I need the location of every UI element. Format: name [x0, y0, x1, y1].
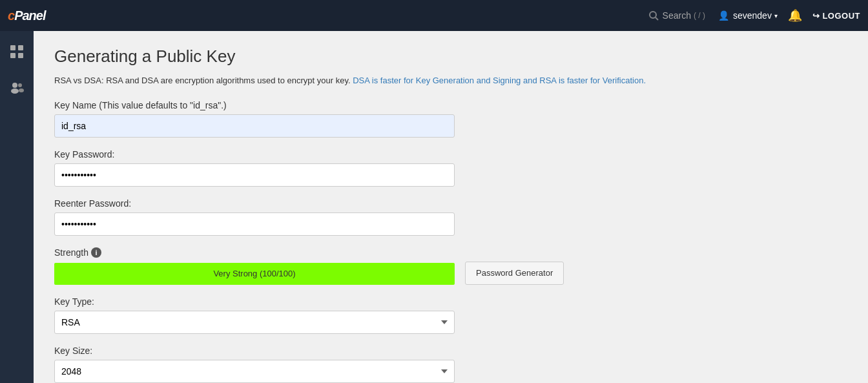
logout-button[interactable]: ↪ LOGOUT [812, 11, 860, 21]
svg-rect-5 [18, 53, 23, 58]
svg-point-9 [19, 88, 24, 92]
info-text: RSA vs DSA: RSA and DSA are encryption a… [54, 74, 847, 87]
user-icon: 👤 [718, 10, 729, 21]
user-menu[interactable]: 👤 sevendev ▾ [718, 10, 778, 21]
search-bar[interactable]: Search ( / ) [648, 10, 705, 21]
strength-value: Very Strong (100/100) [213, 269, 295, 278]
logout-icon: ↪ [812, 11, 820, 21]
reenter-password-group: Reenter Password: [54, 198, 847, 236]
svg-point-8 [18, 83, 22, 87]
key-password-group: Key Password: [54, 149, 847, 187]
svg-point-7 [11, 88, 19, 94]
key-password-label: Key Password: [54, 149, 847, 160]
key-size-group: Key Size: 1024 2048 4096 [54, 346, 847, 383]
key-type-label: Key Type: [54, 296, 847, 307]
topnav: cPanel Search ( / ) 👤 sevendev ▾ 🔔 ↪ LOG… [0, 0, 868, 31]
reenter-password-label: Reenter Password: [54, 198, 847, 209]
info-prefix: RSA vs DSA: RSA and DSA are encryption a… [54, 76, 353, 85]
cpanel-logo[interactable]: cPanel [8, 8, 45, 23]
sidebar-item-users[interactable] [4, 75, 30, 101]
user-name: sevendev [733, 10, 772, 21]
search-icon [648, 10, 659, 21]
key-type-group: Key Type: RSA DSA [54, 296, 847, 334]
svg-point-6 [12, 83, 17, 88]
svg-point-0 [650, 12, 656, 18]
logout-label: LOGOUT [822, 11, 860, 21]
strength-label: Strength i [54, 247, 847, 258]
strength-group: Strength i Very Strong (100/100) Passwor… [54, 247, 847, 285]
reenter-password-input[interactable] [54, 212, 455, 236]
key-name-group: Key Name (This value defaults to "id_rsa… [54, 100, 847, 138]
svg-rect-3 [18, 45, 23, 50]
page-title: Generating a Public Key [54, 47, 847, 67]
key-name-label: Key Name (This value defaults to "id_rsa… [54, 100, 847, 110]
svg-rect-2 [10, 45, 16, 50]
main-content: Generating a Public Key RSA vs DSA: RSA … [34, 31, 868, 383]
sidebar [0, 31, 34, 383]
strength-bar: Very Strong (100/100) [54, 263, 455, 285]
key-size-select[interactable]: 1024 2048 4096 [54, 360, 455, 383]
key-password-input[interactable] [54, 163, 455, 187]
chevron-down-icon: ▾ [774, 12, 778, 19]
key-size-label: Key Size: [54, 346, 847, 356]
strength-info-icon[interactable]: i [91, 247, 101, 258]
strength-and-button: Very Strong (100/100) Password Generator [54, 262, 847, 285]
sidebar-item-grid[interactable] [4, 39, 30, 65]
notifications-bell[interactable]: 🔔 [788, 8, 802, 23]
password-generator-button[interactable]: Password Generator [465, 262, 564, 285]
svg-line-1 [656, 17, 658, 20]
info-main: DSA is faster for Key Generation and Sig… [353, 76, 646, 85]
search-shortcut: ( / ) [694, 11, 705, 20]
key-type-select[interactable]: RSA DSA [54, 311, 455, 334]
key-name-input[interactable]: id_rsa [54, 114, 455, 138]
search-label: Search [663, 10, 691, 21]
svg-rect-4 [10, 53, 16, 58]
